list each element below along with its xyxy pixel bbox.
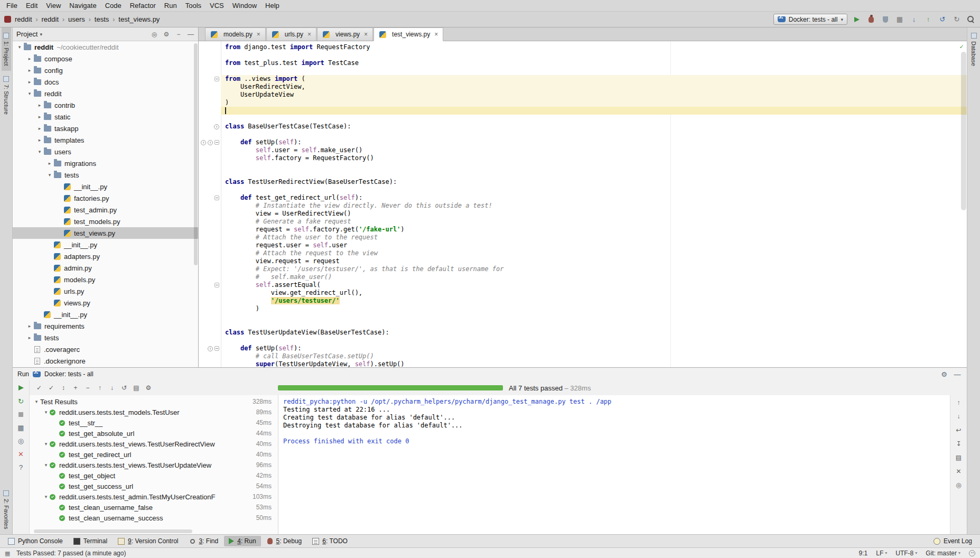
fold-marker-icon[interactable]: − xyxy=(214,77,219,81)
menu-item-view[interactable]: View xyxy=(42,1,65,11)
tree-item[interactable]: admin.py xyxy=(13,262,198,274)
code-line[interactable]: # call BaseUserTestCase.setUp() xyxy=(199,352,967,360)
print-icon[interactable]: ▤ xyxy=(955,453,963,462)
rerun-icon[interactable] xyxy=(17,384,25,392)
previous-failed-test-icon[interactable]: ↑ xyxy=(96,384,104,392)
restore-layout-icon[interactable]: ▦ xyxy=(17,424,25,431)
override-marker-icon[interactable]: ↑ xyxy=(208,346,213,351)
tree-item[interactable]: ▸contrib xyxy=(13,99,198,111)
editor-tab-urls-py[interactable]: urls.py× xyxy=(266,27,316,41)
tree-item[interactable]: ▾users xyxy=(13,146,198,157)
close-tab-icon[interactable]: × xyxy=(307,31,311,38)
tree-collapse-arrow-icon[interactable]: ▾ xyxy=(36,149,43,154)
tree-item[interactable]: .coveragerc xyxy=(13,343,198,355)
code-line[interactable]: ) xyxy=(199,305,967,313)
tree-item[interactable]: __init__.py xyxy=(13,309,198,320)
show-passed-icon[interactable]: ✓ xyxy=(47,384,55,392)
code-line[interactable]: # Attach the user to the request xyxy=(199,234,967,241)
pin-icon[interactable]: ◎ xyxy=(955,481,963,489)
caret-position-indicator[interactable]: 9:1 xyxy=(859,550,868,557)
test-tree-item[interactable]: ▾reddit.users.tests.test_views.TestUserR… xyxy=(30,439,278,449)
run-icon[interactable] xyxy=(852,15,862,24)
code-line[interactable]: from django.test import RequestFactory xyxy=(199,43,967,51)
tree-item[interactable]: ▸taskapp xyxy=(13,123,198,134)
tree-expand-arrow-icon[interactable]: ▸ xyxy=(26,323,33,329)
tree-item[interactable]: ▾tests xyxy=(13,169,198,181)
override-marker-icon[interactable]: ↑ xyxy=(201,140,206,145)
history-icon[interactable]: ↻ xyxy=(952,15,962,24)
close-tab-icon[interactable]: × xyxy=(434,31,438,38)
test-tree-item[interactable]: ▾reddit.users.tests.test_admin.TestMyUse… xyxy=(30,491,278,502)
code-line[interactable]: ↑class BaseUserTestCase(TestCase): xyxy=(199,123,967,131)
run-configuration-select[interactable]: Docker: tests - all ▾ xyxy=(773,14,847,25)
strip-tab-database[interactable]: Database xyxy=(969,27,978,71)
tree-item[interactable]: test_views.py xyxy=(13,227,198,239)
tree-expand-arrow-icon[interactable]: ▸ xyxy=(26,68,33,73)
tree-item[interactable]: factories.py xyxy=(13,192,198,204)
test-history-icon[interactable]: ↺ xyxy=(120,384,128,392)
sort-alphabetically-icon[interactable]: ↕ xyxy=(59,384,68,392)
code-line[interactable] xyxy=(199,170,967,178)
close-icon[interactable]: ✕ xyxy=(17,450,25,458)
breadcrumb-item[interactable]: tests xyxy=(94,15,110,24)
tree-item[interactable]: views.py xyxy=(13,297,198,309)
code-line[interactable] xyxy=(199,321,967,329)
code-line[interactable] xyxy=(199,51,967,59)
code-line[interactable]: − self.assertEqual( xyxy=(199,281,967,289)
inspections-ok-icon[interactable]: ✓ xyxy=(958,43,965,50)
breadcrumb-item[interactable]: users xyxy=(67,15,86,24)
tree-item[interactable]: ▸config xyxy=(13,64,198,76)
code-line[interactable] xyxy=(199,313,967,321)
tree-item[interactable]: test_admin.py xyxy=(13,204,198,216)
tree-item[interactable]: ▸templates xyxy=(13,134,198,146)
menu-item-refactor[interactable]: Refactor xyxy=(126,1,160,11)
code-line[interactable]: UserRedirectView, xyxy=(199,83,967,91)
tree-expand-arrow-icon[interactable]: ▸ xyxy=(26,79,33,85)
collapse-all-icon[interactable]: − xyxy=(175,30,182,39)
editor-scrollbar[interactable] xyxy=(961,52,966,210)
tree-collapse-arrow-icon[interactable]: ▾ xyxy=(42,410,50,415)
code-line[interactable]: # Instantiate the view directly. Never d… xyxy=(199,202,967,210)
code-line[interactable]: ↑− def setUp(self): xyxy=(199,345,967,352)
stop-icon[interactable] xyxy=(17,411,25,418)
code-line[interactable]: self.user = self.make_user() xyxy=(199,146,967,154)
toolwindow-layout-icon[interactable]: ▦ xyxy=(895,15,904,24)
toolwindow-button-terminal[interactable]: Terminal xyxy=(69,536,112,546)
menu-item-file[interactable]: File xyxy=(2,1,22,11)
fold-marker-icon[interactable]: − xyxy=(214,196,219,200)
code-line[interactable]: ) xyxy=(199,99,967,107)
code-line[interactable]: super(TestUserUpdateView, self).setUp() xyxy=(199,360,967,367)
close-tab-icon[interactable]: × xyxy=(364,31,368,38)
coverage-icon[interactable] xyxy=(881,15,890,24)
tree-collapse-arrow-icon[interactable]: ▾ xyxy=(33,399,40,404)
tree-item[interactable]: urls.py xyxy=(13,285,198,297)
chevron-down-icon[interactable]: ▾ xyxy=(40,32,42,37)
override-marker-icon[interactable]: ↑ xyxy=(208,140,213,145)
status-message[interactable]: Tests Passed: 7 passed (a minute ago) xyxy=(16,550,126,557)
menu-item-window[interactable]: Window xyxy=(228,1,261,11)
import-results-icon[interactable]: ▤ xyxy=(132,384,141,392)
vcs-branch-indicator[interactable]: Git: master▾ xyxy=(926,550,960,557)
help-icon[interactable]: ? xyxy=(17,463,25,471)
collapse-all-icon[interactable]: − xyxy=(83,384,92,392)
tree-collapse-arrow-icon[interactable]: ▾ xyxy=(26,91,33,96)
toolwindow-button-event-log[interactable]: Event Log xyxy=(929,536,977,546)
test-tree-item[interactable]: test__str__45ms xyxy=(30,417,278,428)
tree-item[interactable]: __init__.py xyxy=(13,239,198,250)
code-line[interactable]: # self.make_user() xyxy=(199,273,967,281)
tree-item[interactable]: test_models.py xyxy=(13,216,198,227)
menu-item-edit[interactable]: Edit xyxy=(22,1,42,11)
run-panel-settings-icon[interactable]: ⚙ xyxy=(939,370,949,378)
debug-icon[interactable] xyxy=(866,15,876,24)
code-line[interactable] xyxy=(199,67,967,75)
code-line[interactable]: view = UserRedirectView() xyxy=(199,210,967,218)
tree-item[interactable]: ▾reddit~/cookiecutter/reddit xyxy=(13,41,198,53)
hide-passed-icon[interactable]: ✓ xyxy=(35,384,43,392)
tree-collapse-arrow-icon[interactable]: ▾ xyxy=(16,44,23,50)
code-line[interactable]: class TestUserUpdateView(BaseUserTestCas… xyxy=(199,329,967,337)
test-tree-item[interactable]: test_clean_username_success50ms xyxy=(30,513,278,523)
tree-expand-arrow-icon[interactable]: ▸ xyxy=(36,137,43,143)
run-console[interactable]: reddit_pycha:python -u /opt/.pycharm_hel… xyxy=(278,395,950,534)
code-line[interactable] xyxy=(199,162,967,170)
editor-tab-test_views-py[interactable]: test_views.py× xyxy=(374,27,443,41)
